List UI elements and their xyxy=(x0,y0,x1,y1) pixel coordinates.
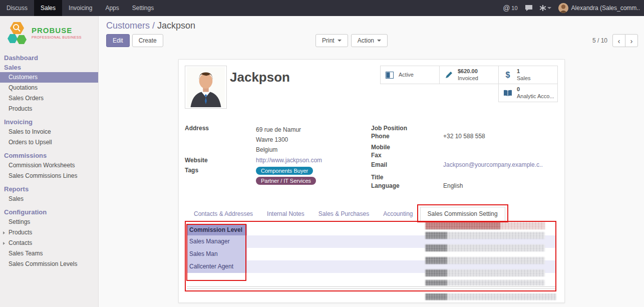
user-avatar xyxy=(558,3,568,13)
redacted-value xyxy=(425,257,545,264)
website-label: Website xyxy=(185,157,256,164)
probuse-logo-icon xyxy=(6,21,28,44)
commission-level-cell: Callcenter Agent xyxy=(187,260,247,273)
sidebar-heading-sales[interactable]: Sales xyxy=(0,63,98,72)
sidebar-item-sales-teams[interactable]: Sales Teams xyxy=(0,248,98,259)
stat-value: $620.00 xyxy=(458,68,478,75)
redacted-value xyxy=(425,244,545,251)
pencil-icon xyxy=(443,71,454,79)
create-button[interactable]: Create xyxy=(132,34,163,47)
title-label: Title xyxy=(371,174,443,181)
sidebar-heading-dashboard[interactable]: Dashboard xyxy=(0,53,98,63)
analytic-accounts-stat-button[interactable]: 0 Analytic Acco... xyxy=(498,84,558,102)
language-label: Language xyxy=(371,182,443,189)
commission-table-area: Commission Level Sales Manager Sales Man… xyxy=(179,221,564,302)
title-field: Title xyxy=(371,174,559,181)
sidebar-heading-configuration[interactable]: Configuration xyxy=(0,207,98,217)
fax-label: Fax xyxy=(371,152,443,159)
sidebar-item-sales-commission-levels[interactable]: Sales Commission Levels xyxy=(0,259,98,269)
sidebar-item-sales-commissions-lines[interactable]: Sales Commissions Lines xyxy=(0,171,98,181)
mobile-field: Mobile xyxy=(371,144,559,151)
topbar: Discuss Sales Invoicing Apps Settings @ … xyxy=(0,0,644,16)
chat-icon[interactable] xyxy=(525,5,533,12)
sidebar-item-config-contacts[interactable]: Contacts xyxy=(0,238,98,248)
topbar-menus: Discuss Sales Invoicing Apps Settings xyxy=(0,0,160,16)
address-field: Address 69 rue de Namur Wavre 1300 Belgi… xyxy=(185,125,371,155)
logo-title: PROBUSE xyxy=(32,26,82,35)
sidebar-item-products[interactable]: Products xyxy=(0,104,98,114)
email-field: Email Jackpson@yourcompany.example.c.. xyxy=(371,161,559,168)
chevron-right-icon xyxy=(3,242,5,245)
notebook-tabs: Contacts & Addresses Internal Notes Sale… xyxy=(187,207,556,222)
topbar-menu-sales[interactable]: Sales xyxy=(34,0,62,16)
customer-photo xyxy=(185,66,227,109)
action-label: Action xyxy=(358,37,374,44)
stat-label: Analytic Acco... xyxy=(517,93,554,100)
breadcrumb-current: Jackpson xyxy=(157,21,195,31)
sidebar-item-quotations[interactable]: Quotations xyxy=(0,83,98,93)
email-link[interactable]: Jackpson@yourcompany.example.c.. xyxy=(443,161,543,168)
action-buttons: Print Action xyxy=(315,34,388,47)
main-area: Customers / Jackpson Edit Create Print A… xyxy=(99,16,644,307)
sidebar-item-config-products[interactable]: Products xyxy=(0,227,98,238)
address-value: 69 rue de Namur Wavre 1300 Belgium xyxy=(256,125,301,155)
sidebar-item-commission-worksheets[interactable]: Commission Worksheets xyxy=(0,160,98,171)
pager: 5 / 10 ‹ › xyxy=(592,34,638,47)
active-stat-button[interactable]: Active xyxy=(380,66,440,84)
sidebar-item-label: Products xyxy=(9,229,32,236)
action-button[interactable]: Action xyxy=(351,34,388,47)
topbar-menu-discuss[interactable]: Discuss xyxy=(0,0,34,16)
logo-text: PROBUSE PROFESSIONAL BUSINESS xyxy=(32,26,82,39)
pager-previous-button[interactable]: ‹ xyxy=(612,34,625,47)
sidebar-item-orders-to-upsell[interactable]: Orders to Upsell xyxy=(0,137,98,148)
app-logo: PROBUSE PROFESSIONAL BUSINESS xyxy=(0,16,98,50)
email-label: Email xyxy=(371,161,443,168)
sidebar-item-sales-orders[interactable]: Sales Orders xyxy=(0,93,98,104)
breadcrumb-customers-link[interactable]: Customers xyxy=(106,21,150,31)
website-field: Website http://www.jackpson.com xyxy=(185,157,371,164)
fax-field: Fax xyxy=(371,152,559,159)
fields-left-column: Address 69 rue de Namur Wavre 1300 Belgi… xyxy=(185,125,371,191)
pager-nav: ‹ › xyxy=(612,34,638,47)
mentions-indicator[interactable]: @ 10 xyxy=(503,4,517,12)
mobile-label: Mobile xyxy=(371,144,443,151)
chevron-down-icon xyxy=(338,40,342,42)
active-toggle-icon xyxy=(384,72,395,79)
sidebar-heading-reports[interactable]: Reports xyxy=(0,184,98,194)
topbar-menu-settings[interactable]: Settings xyxy=(126,0,160,16)
sales-stat-button[interactable]: $ 1 Sales xyxy=(498,66,558,84)
address-line2: Wavre 1300 xyxy=(256,135,301,145)
user-menu[interactable]: Alexandra (Sales_comm.. xyxy=(558,3,640,13)
tab-accounting[interactable]: Accounting xyxy=(376,207,420,221)
pager-counter: 5 / 10 xyxy=(592,37,607,44)
tags-value: Components Buyer Partner / IT Services xyxy=(256,167,316,185)
tab-sales-commission-setting[interactable]: Sales Commission Setting xyxy=(420,207,505,222)
tab-internal-notes[interactable]: Internal Notes xyxy=(260,207,311,221)
sidebar-item-sales-report[interactable]: Sales xyxy=(0,194,98,204)
job-position-label: Job Position xyxy=(371,125,443,132)
table-divider xyxy=(187,288,556,289)
topbar-menu-apps[interactable]: Apps xyxy=(99,0,125,16)
sidebar-item-sales-to-invoice[interactable]: Sales to Invoice xyxy=(0,127,98,137)
column-header-commission-level[interactable]: Commission Level xyxy=(187,224,247,235)
table-divider xyxy=(187,286,556,287)
sidebar-item-customers[interactable]: Customers xyxy=(0,72,98,83)
debug-menu[interactable] xyxy=(540,5,551,11)
sidebar-heading-commissions[interactable]: Commissions xyxy=(0,151,98,160)
pager-next-button[interactable]: › xyxy=(625,34,638,47)
tag-partner-it-services: Partner / IT Services xyxy=(256,177,316,185)
invoiced-stat-button[interactable]: $620.00 Invoiced xyxy=(439,66,499,84)
website-link[interactable]: http://www.jackpson.com xyxy=(256,157,322,164)
topbar-menu-invoicing[interactable]: Invoicing xyxy=(62,0,99,16)
sidebar-item-settings[interactable]: Settings xyxy=(0,217,98,227)
sidebar-item-label: Contacts xyxy=(9,239,32,246)
edit-button[interactable]: Edit xyxy=(106,34,130,47)
chevron-down-icon xyxy=(377,40,381,42)
tags-field: Tags Components Buyer Partner / IT Servi… xyxy=(185,167,371,185)
print-button[interactable]: Print xyxy=(315,34,348,47)
redacted-value xyxy=(425,280,545,285)
tab-sales-purchases[interactable]: Sales & Purchases xyxy=(311,207,376,221)
sidebar-heading-invoicing[interactable]: Invoicing xyxy=(0,117,98,127)
address-line1: 69 rue de Namur xyxy=(256,125,301,135)
tab-contacts-addresses[interactable]: Contacts & Addresses xyxy=(187,207,260,221)
